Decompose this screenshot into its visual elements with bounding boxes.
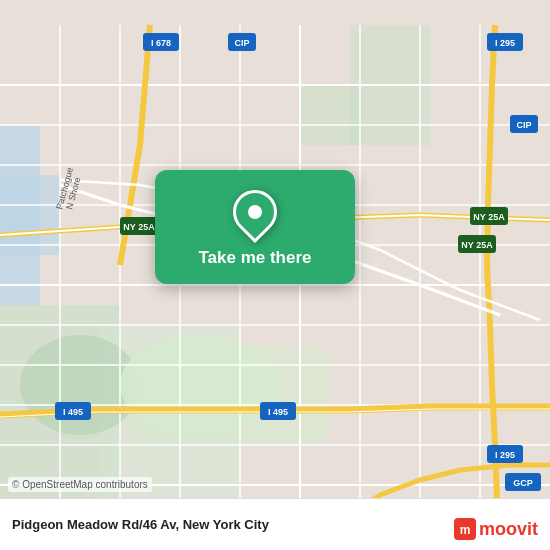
- svg-text:NY 25A: NY 25A: [473, 212, 505, 222]
- svg-text:I 295: I 295: [495, 38, 515, 48]
- svg-text:I 678: I 678: [151, 38, 171, 48]
- bottom-bar: Pidgeon Meadow Rd/46 Av, New York City m…: [0, 498, 550, 550]
- svg-text:NY 25A: NY 25A: [123, 222, 155, 232]
- copyright-notice: © OpenStreetMap contributors: [8, 477, 152, 492]
- svg-text:m: m: [460, 523, 471, 537]
- svg-rect-9: [0, 175, 60, 255]
- map-container: I 678 CIP I 295 CIP NY 25A NY 25A NY 25A…: [0, 0, 550, 550]
- moovit-icon: m: [454, 518, 476, 540]
- svg-text:GCP: GCP: [513, 478, 533, 488]
- take-me-there-button[interactable]: Take me there: [198, 248, 311, 268]
- svg-text:NY 25A: NY 25A: [461, 240, 493, 250]
- moovit-logo: m moovit: [454, 518, 538, 540]
- svg-text:I 295: I 295: [495, 450, 515, 460]
- moovit-text: moovit: [479, 519, 538, 540]
- svg-text:I 495: I 495: [63, 407, 83, 417]
- take-me-there-card[interactable]: Take me there: [155, 170, 355, 284]
- svg-text:I 495: I 495: [268, 407, 288, 417]
- svg-text:CIP: CIP: [516, 120, 531, 130]
- svg-rect-5: [300, 85, 360, 145]
- svg-text:CIP: CIP: [234, 38, 249, 48]
- location-pin-icon: [224, 181, 286, 243]
